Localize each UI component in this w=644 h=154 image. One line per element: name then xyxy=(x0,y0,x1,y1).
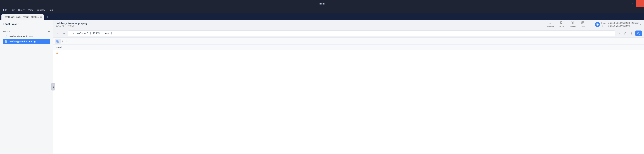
time-from-to: From May 19, 2018 06:22:23 40 sec To May… xyxy=(601,22,639,27)
search-run-button[interactable] xyxy=(636,31,642,36)
from-date: May 19, 2018 06:22:23 xyxy=(608,22,630,24)
menu-view[interactable]: View xyxy=(26,8,35,12)
columns-label: Columns xyxy=(569,26,576,28)
active-tab[interactable]: Local Lake: _path=="conn" | 19999... × xyxy=(2,14,44,20)
menu-window[interactable]: Window xyxy=(35,8,47,12)
more-button[interactable]: ⋮ xyxy=(629,31,634,36)
query-input-wrapper xyxy=(68,31,615,36)
close-button[interactable]: ✕ xyxy=(636,0,644,7)
menu-query[interactable]: Query xyxy=(16,8,26,12)
time-section: From May 19, 2018 06:22:23 40 sec To May… xyxy=(595,22,641,27)
pool-item-task6[interactable]: 📄 task6-malware-c2.pcap xyxy=(3,34,50,39)
file-meta: 134.5 KB 40 SEC xyxy=(56,25,543,27)
table-view-button[interactable] xyxy=(55,39,61,44)
file-info-bar: task7-crypto-mine.pcapng 134.5 KB 40 SEC… xyxy=(53,20,644,29)
menu-file[interactable]: File xyxy=(2,8,9,12)
maximize-button[interactable]: ❐ xyxy=(628,0,636,7)
tab-close-button[interactable]: × xyxy=(40,16,42,18)
packets-button[interactable]: Packets xyxy=(546,21,556,28)
results-tabs: {…} xyxy=(53,38,644,45)
svg-rect-12 xyxy=(57,40,59,42)
svg-rect-3 xyxy=(560,22,562,24)
to-label: To xyxy=(601,25,607,27)
time-duration: 40 sec xyxy=(631,22,639,24)
export-label: Export xyxy=(559,26,564,28)
pin-button[interactable] xyxy=(623,31,628,36)
export-icon xyxy=(560,21,563,25)
svg-rect-7 xyxy=(583,22,584,23)
back-button[interactable]: ← xyxy=(55,31,60,36)
query-input[interactable] xyxy=(70,32,613,35)
sidebar-pools-section: POOLS + 📄 task6-malware-c2.pcap 📄 task7-… xyxy=(0,28,53,45)
svg-rect-4 xyxy=(571,22,572,24)
svg-rect-1 xyxy=(550,23,552,23)
json-view-button[interactable]: {…} xyxy=(62,39,67,44)
json-icon: {…} xyxy=(62,40,66,43)
pool-item-task7[interactable]: 📄 task7-crypto-mine.pcapng xyxy=(3,39,50,44)
results-area: {…} count 22 xyxy=(53,38,644,154)
sidebar-title: Local Lake xyxy=(3,23,17,26)
svg-rect-5 xyxy=(573,22,574,24)
view-button[interactable]: View xyxy=(579,21,587,28)
table-row: 22 xyxy=(53,50,644,56)
right-panel: task7-crypto-mine.pcapng 134.5 KB 40 SEC… xyxy=(53,20,644,154)
file-duration-meta: 40 SEC xyxy=(67,25,74,27)
sidebar-section-header: POOLS + xyxy=(3,30,50,33)
svg-rect-2 xyxy=(550,24,551,24)
pool-file-icon-active: 📄 xyxy=(4,40,7,43)
app-title: Brim xyxy=(320,2,325,5)
query-actions: ☆ ⋮ xyxy=(617,31,634,36)
file-name: task7-crypto-mine.pcapng xyxy=(56,22,543,25)
pool-file-icon: 📄 xyxy=(4,35,7,38)
tab-bar: Local Lake: _path=="conn" | 19999... × + xyxy=(0,13,644,20)
title-bar: Brim — ❐ ✕ xyxy=(0,0,644,7)
main-area: Local Lake ▾ POOLS + 📄 task6-malware-c2.… xyxy=(0,20,644,154)
menu-help[interactable]: Help xyxy=(47,8,55,12)
count-cell: 22 xyxy=(53,50,644,56)
packets-label: Packets xyxy=(547,26,554,28)
svg-rect-6 xyxy=(582,22,583,23)
pool-item-label-active: task7-crypto-mine.pcapng xyxy=(9,40,36,43)
file-info-details: task7-crypto-mine.pcapng 134.5 KB 40 SEC xyxy=(56,22,543,27)
toolbar-separator xyxy=(591,22,591,27)
tab-label: Local Lake: _path=="conn" | 19999... xyxy=(4,16,39,18)
column-count: count xyxy=(53,45,644,50)
collapse-arrow-icon: ◀ xyxy=(52,86,54,88)
pools-label: POOLS xyxy=(3,30,10,33)
star-button[interactable]: ☆ xyxy=(617,31,622,36)
minimize-button[interactable]: — xyxy=(619,0,628,7)
view-icon xyxy=(581,21,584,25)
svg-rect-9 xyxy=(583,23,584,24)
sidebar-collapse-button[interactable]: ◀ xyxy=(51,83,55,90)
query-bar: ← → ☆ ⋮ xyxy=(53,29,644,38)
toolbar-actions: Packets Export Columns xyxy=(546,21,588,28)
add-pool-button[interactable]: + xyxy=(48,30,50,33)
sidebar-chevron-icon[interactable]: ▾ xyxy=(18,23,19,25)
time-to-row: To May 19, 2018 06:23:04 xyxy=(601,25,639,27)
file-size: 134.5 KB xyxy=(56,25,65,27)
sidebar-header: Local Lake ▾ xyxy=(0,20,53,28)
window-controls: — ❐ ✕ xyxy=(619,0,644,7)
from-label: From xyxy=(601,22,607,24)
svg-rect-0 xyxy=(550,22,552,22)
columns-icon xyxy=(571,21,574,25)
view-dropdown-icon[interactable]: ▾ xyxy=(586,23,588,26)
to-date: May 19, 2018 06:23:04 xyxy=(608,25,630,27)
view-label: View xyxy=(581,26,585,28)
results-table: count 22 xyxy=(53,45,644,154)
time-dropdown-icon[interactable]: ▾ xyxy=(640,23,641,25)
columns-button[interactable]: Columns xyxy=(567,21,578,28)
packets-icon xyxy=(549,21,552,25)
new-tab-button[interactable]: + xyxy=(45,14,50,20)
menu-bar: File Edit Query View Window Help xyxy=(0,7,644,13)
forward-button[interactable]: → xyxy=(62,31,66,36)
clock-icon xyxy=(595,22,600,27)
sidebar: Local Lake ▾ POOLS + 📄 task6-malware-c2.… xyxy=(0,20,53,154)
svg-rect-8 xyxy=(582,23,583,24)
menu-edit[interactable]: Edit xyxy=(9,8,16,12)
time-from-row: From May 19, 2018 06:22:23 40 sec xyxy=(601,22,639,24)
pool-item-label: task6-malware-c2.pcap xyxy=(9,35,33,38)
export-button[interactable]: Export xyxy=(557,21,566,28)
